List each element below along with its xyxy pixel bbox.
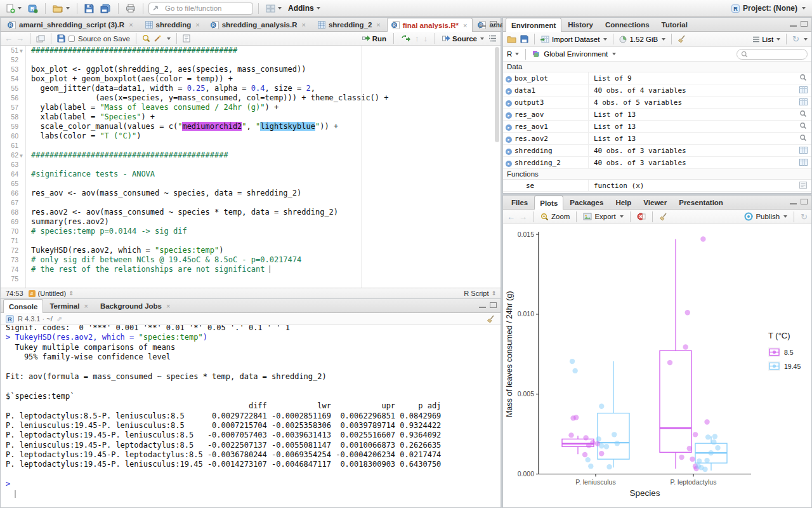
view-function-icon[interactable] xyxy=(795,182,811,190)
forward-icon[interactable]: → xyxy=(16,34,24,43)
env-row-res-aov1[interactable]: ▸res_aov1List of 13 xyxy=(503,121,811,133)
clear-environment-broom-icon[interactable] xyxy=(678,35,686,43)
minimize-pane-icon[interactable] xyxy=(479,21,486,27)
tab-terminal[interactable]: Terminal× xyxy=(44,299,94,312)
expand-object-icon[interactable]: ▸ xyxy=(503,123,514,131)
import-dataset-button[interactable]: Import Dataset xyxy=(540,36,607,43)
expand-object-icon[interactable]: ▸ xyxy=(503,147,514,155)
fold-arrow-icon[interactable]: ▼ xyxy=(20,151,23,161)
publish-button[interactable]: Publish xyxy=(744,212,787,221)
close-tab-icon[interactable]: × xyxy=(195,21,199,29)
clear-plots-broom-icon[interactable] xyxy=(659,213,668,221)
expand-object-icon[interactable]: ▸ xyxy=(503,74,514,83)
filetype-selector[interactable]: R Script ⇕ xyxy=(464,290,495,297)
close-tab-icon[interactable]: × xyxy=(376,21,380,29)
view-data-icon[interactable] xyxy=(795,159,811,167)
popout-icon[interactable] xyxy=(36,35,45,43)
refresh-environment-icon[interactable]: ↻ xyxy=(792,34,799,44)
tab-viewer[interactable]: Viewer xyxy=(638,196,672,209)
load-workspace-icon[interactable] xyxy=(507,35,517,43)
export-plot-button[interactable]: Export xyxy=(583,213,623,220)
save-workspace-icon[interactable] xyxy=(520,35,528,43)
view-data-icon[interactable] xyxy=(795,98,811,107)
inspect-object-icon[interactable] xyxy=(795,74,811,83)
env-row-se[interactable]: sefunction (x) xyxy=(503,180,811,192)
close-tab-icon[interactable]: × xyxy=(463,22,467,29)
env-row-res-aov2[interactable]: ▸res.aov2List of 13 xyxy=(503,133,811,145)
fold-arrow-icon[interactable]: ▼ xyxy=(20,46,23,56)
view-data-icon[interactable] xyxy=(795,86,811,95)
tab-presentation[interactable]: Presentation xyxy=(673,196,729,209)
editor-scrollbar[interactable] xyxy=(495,47,499,142)
console-output[interactable]: Signif. codes: 0 '***' 0.001 '**' 0.01 '… xyxy=(1,325,501,508)
section-selector[interactable]: # (Untitled) ⇕ xyxy=(29,290,73,297)
minimize-pane-icon[interactable] xyxy=(790,199,797,204)
save-all-button[interactable] xyxy=(98,2,113,15)
source-on-save-checkbox[interactable] xyxy=(69,36,75,42)
expand-object-icon[interactable]: ▸ xyxy=(503,159,514,167)
source-button[interactable]: Source xyxy=(442,35,484,43)
clear-console-broom-icon[interactable] xyxy=(487,315,495,323)
language-selector[interactable]: R xyxy=(507,50,519,58)
open-in-new-icon[interactable]: ⇗ xyxy=(56,315,62,323)
save-button[interactable] xyxy=(82,2,96,15)
env-row-shredding[interactable]: ▸shredding40 obs. of 3 variables xyxy=(503,145,811,157)
tab-tutorial[interactable]: Tutorial xyxy=(656,18,693,31)
code-editor[interactable]: 51▼#####################################… xyxy=(1,46,501,288)
tab-help[interactable]: Help xyxy=(610,196,637,209)
find-icon[interactable] xyxy=(142,34,150,43)
maximize-pane-icon[interactable] xyxy=(801,21,808,27)
tab-environment[interactable]: Environment xyxy=(506,18,561,32)
tab-final-analysis-r[interactable]: final analysis.R*× xyxy=(387,18,473,32)
tab-background-jobs[interactable]: Background Jobs× xyxy=(95,299,176,312)
expand-object-icon[interactable]: ▸ xyxy=(503,98,514,107)
save-icon[interactable] xyxy=(57,34,65,43)
print-button[interactable] xyxy=(124,2,138,15)
inspect-object-icon[interactable] xyxy=(795,122,811,131)
pane-layout-button[interactable] xyxy=(264,2,284,15)
tab-console[interactable]: Console xyxy=(3,299,43,313)
open-file-button[interactable] xyxy=(51,2,72,15)
env-row-box-plot[interactable]: ▸box_plotList of 9 xyxy=(503,72,811,84)
expand-object-icon[interactable]: ▸ xyxy=(503,86,514,95)
env-row-res-aov[interactable]: ▸res_aovList of 13 xyxy=(503,109,811,121)
tab-amarni-shredding-script-3-r[interactable]: amarni_shredding_script (3).R× xyxy=(3,18,139,31)
env-row-shredding-2[interactable]: ▸shredding_240 obs. of 3 variables xyxy=(503,157,811,169)
maximize-pane-icon[interactable] xyxy=(490,21,497,27)
close-tab-icon[interactable]: × xyxy=(302,21,306,29)
tab-history[interactable]: History xyxy=(562,18,599,31)
new-file-button[interactable] xyxy=(4,2,23,15)
env-row-data1[interactable]: ▸data140 obs. of 4 variables xyxy=(503,84,811,97)
inspect-object-icon[interactable] xyxy=(795,110,811,119)
env-row-output3[interactable]: ▸output34 obs. of 5 variables xyxy=(503,97,811,109)
previous-plot-icon[interactable]: ← xyxy=(507,212,515,222)
tab-packages[interactable]: Packages xyxy=(564,196,609,209)
console-cursor-line[interactable] xyxy=(6,490,501,499)
scope-selector[interactable]: Global Environment xyxy=(532,50,616,58)
document-outline-icon[interactable] xyxy=(488,35,497,42)
maximize-pane-icon[interactable] xyxy=(490,302,497,308)
go-next-chunk-icon[interactable]: ↓ xyxy=(424,34,428,43)
run-button[interactable]: Run xyxy=(362,35,386,43)
project-menu-button[interactable]: R Project: (None) xyxy=(731,4,808,13)
maximize-pane-icon[interactable] xyxy=(801,199,808,204)
back-icon[interactable]: ← xyxy=(4,34,13,43)
tab-plots[interactable]: Plots xyxy=(534,196,563,210)
code-tools-wand-icon[interactable] xyxy=(154,34,162,43)
tab-files[interactable]: Files xyxy=(506,196,534,209)
close-tab-icon[interactable]: × xyxy=(84,302,88,310)
minimize-pane-icon[interactable] xyxy=(479,302,486,308)
minimize-pane-icon[interactable] xyxy=(790,21,797,27)
rerun-icon[interactable] xyxy=(401,35,410,42)
tab-shredding-2[interactable]: shredding_2× xyxy=(312,18,386,31)
goto-file-box[interactable] xyxy=(148,3,253,15)
goto-file-input[interactable] xyxy=(164,4,243,13)
zoom-plot-button[interactable]: Zoom xyxy=(540,213,570,221)
refresh-plot-icon[interactable]: ↻ xyxy=(801,212,808,222)
inspect-object-icon[interactable] xyxy=(795,134,811,143)
new-project-button[interactable]: R xyxy=(26,2,40,15)
compile-report-icon[interactable] xyxy=(183,34,190,43)
close-tab-icon[interactable]: × xyxy=(129,21,133,29)
next-plot-icon[interactable]: → xyxy=(519,212,527,222)
memory-usage-button[interactable]: 1.52 GiB xyxy=(619,36,665,43)
